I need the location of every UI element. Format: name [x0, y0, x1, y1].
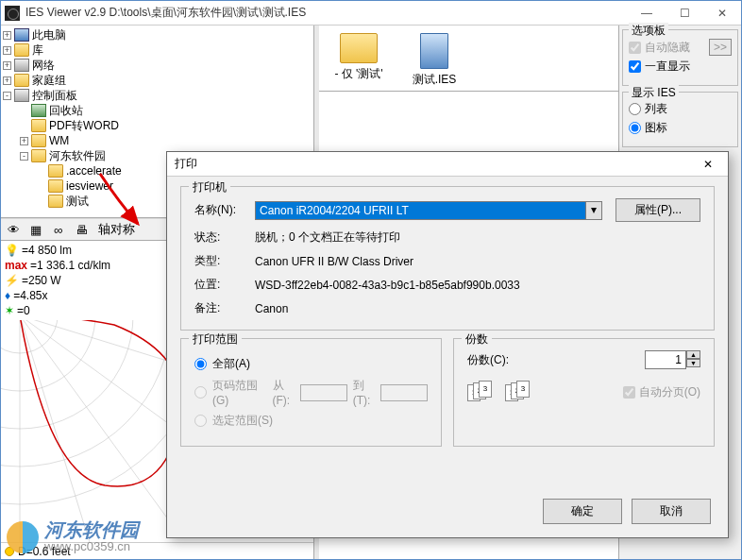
range-pages-radio — [194, 386, 207, 399]
tree-item[interactable]: +WM — [3, 133, 312, 148]
cdklm-value: =1 336.1 cd/klm — [30, 258, 110, 273]
max-icon: max — [5, 258, 27, 273]
link-icon[interactable]: ∞ — [48, 220, 69, 239]
ok-button[interactable]: 确定 — [543, 499, 622, 524]
computer-icon — [14, 28, 29, 42]
ies-file-item[interactable]: 测试.IES — [406, 33, 463, 88]
always-show-label: 一直显示 — [645, 59, 690, 75]
tree-label: .accelerate — [66, 163, 122, 178]
eye-icon[interactable]: 👁 — [3, 220, 24, 239]
tree-item[interactable]: +网络 — [3, 58, 312, 73]
status-dot-icon — [5, 547, 14, 556]
svg-point-3 — [1, 320, 171, 467]
expand-button[interactable]: >> — [709, 39, 732, 56]
comment-value: Canon — [255, 302, 700, 315]
tree-expander[interactable]: + — [3, 31, 11, 40]
window-title: IES Viewer v2.9 D:\tools\桌面\河东软件园\测试\测试.… — [25, 5, 306, 21]
bulb-icon: 💡 — [5, 243, 19, 258]
collate-icon: 123 — [467, 381, 496, 403]
icons-radio[interactable] — [629, 122, 641, 134]
tree-expander — [20, 107, 28, 115]
status-bar: D=0.6 feet — [1, 542, 313, 559]
properties-button[interactable]: 属性(P)... — [616, 198, 700, 222]
tree-item[interactable]: 回收站 — [3, 103, 312, 118]
maximize-button[interactable]: ☐ — [666, 1, 703, 25]
printer-name-combo[interactable] — [255, 201, 586, 220]
ratio-value: =4.85x — [13, 288, 47, 303]
tree-expander[interactable]: - — [3, 92, 11, 100]
close-button[interactable]: ✕ — [703, 1, 741, 25]
collate-label: 自动分页(O) — [639, 384, 700, 400]
tree-expander[interactable]: - — [20, 152, 28, 161]
tree-item[interactable]: +库 — [3, 42, 312, 58]
tree-label: 家庭组 — [32, 73, 66, 88]
range-selection-radio — [194, 415, 207, 427]
tree-expander — [37, 167, 45, 176]
copies-down-button[interactable]: ▼ — [686, 359, 700, 367]
tree-expander[interactable]: + — [3, 61, 11, 70]
tree-expander[interactable]: + — [20, 137, 28, 145]
zero-icon: ✶ — [5, 303, 14, 318]
printer-dropdown-button[interactable]: ▾ — [586, 201, 602, 220]
location-label: 位置: — [194, 277, 255, 293]
dialog-close-button[interactable]: ✕ — [696, 158, 720, 171]
svg-line-8 — [20, 320, 171, 523]
tree-expander[interactable]: + — [3, 46, 11, 55]
copies-group-legend: 份数 — [462, 331, 492, 348]
tree-expander[interactable]: + — [3, 76, 11, 85]
dialog-title: 打印 — [175, 156, 696, 172]
minimize-button[interactable]: — — [628, 1, 666, 25]
range-all-radio[interactable] — [194, 358, 207, 370]
collate-checkbox — [623, 386, 635, 399]
tree-item[interactable]: +家庭组 — [3, 73, 312, 88]
print-dialog: 打印 ✕ 打印机 名称(N): ▾ 属性(P)... 状态:脱机；0 个文档正在… — [166, 151, 729, 538]
copies-up-button[interactable]: ▲ — [686, 350, 700, 359]
tree-item[interactable]: PDF转WORD — [3, 118, 312, 133]
zero-value: =0 — [17, 303, 30, 318]
always-show-checkbox[interactable] — [629, 60, 641, 73]
file-list-area: - 仅 '测试' 测试.IES — [319, 25, 618, 92]
folder-icon — [48, 195, 63, 208]
tree-expander — [37, 182, 45, 191]
list-label: 列表 — [645, 101, 667, 117]
ratio-icon: ♦ — [5, 288, 10, 303]
file-label: 测试.IES — [413, 72, 457, 88]
folder-icon — [31, 134, 46, 147]
grid-icon[interactable]: ▦ — [25, 220, 46, 239]
watts-value: =250 W — [22, 273, 61, 288]
recycle-icon — [31, 104, 46, 117]
options-panel-title: 选项板 — [629, 23, 668, 39]
status-label: 状态: — [194, 229, 255, 246]
svg-line-9 — [20, 320, 95, 542]
tree-item[interactable]: +此电脑 — [3, 27, 312, 42]
tree-label: WM — [49, 133, 69, 148]
folder-icon — [14, 43, 29, 57]
display-ies-title: 显示 IES — [629, 85, 679, 101]
type-label: 类型: — [194, 253, 255, 269]
app-icon — [5, 6, 20, 21]
tree-label: 此电脑 — [32, 27, 66, 42]
icons-label: 图标 — [645, 120, 667, 136]
bolt-icon: ⚡ — [5, 273, 19, 288]
location-value: WSD-3ff22eb4-0082-43a3-b9c1-b85e5abf990b… — [255, 279, 700, 292]
folder-icon — [31, 149, 46, 162]
range-from-input — [300, 384, 347, 401]
range-selection-label: 选定范围(S) — [212, 413, 273, 429]
print-icon[interactable]: 🖶 — [71, 220, 92, 239]
axis-symmetry-button[interactable]: 轴对称 — [93, 220, 140, 239]
range-pages-label: 页码范围(G) — [212, 378, 260, 407]
copies-input[interactable] — [645, 350, 686, 369]
printer-group-legend: 打印机 — [189, 179, 230, 195]
tree-item[interactable]: -控制面板 — [3, 88, 312, 103]
folder-item[interactable]: - 仅 '测试' — [330, 33, 387, 82]
document-icon — [420, 33, 448, 69]
cancel-button[interactable]: 取消 — [632, 499, 711, 524]
footer-distance: D=0.6 feet — [18, 545, 71, 558]
list-radio[interactable] — [629, 103, 641, 115]
folder-icon — [340, 33, 378, 63]
type-value: Canon UFR II B/W Class Driver — [255, 255, 700, 268]
tree-label: 控制面板 — [32, 88, 77, 103]
tree-label: 河东软件园 — [49, 148, 106, 163]
tree-expander — [37, 197, 45, 206]
folder-label: - 仅 '测试' — [334, 66, 382, 82]
